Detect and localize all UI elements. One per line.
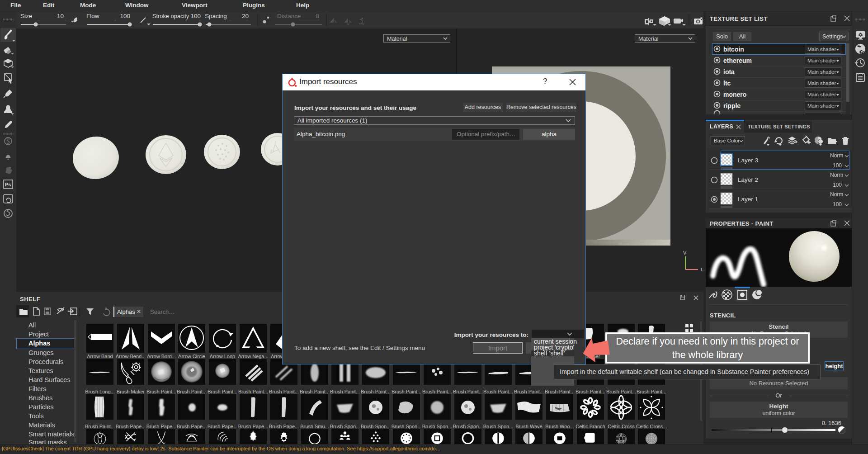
svg-text:100: 100 [833,201,842,208]
svg-text:Norm: Norm [830,152,843,159]
svg-text:10: 10 [57,13,64,19]
svg-text:20: 20 [242,13,249,19]
svg-text:Distance: Distance [277,13,301,19]
svg-text:Size: Size [20,13,32,19]
svg-text:Stroke opacity: Stroke opacity [152,13,189,19]
svg-text:V: V [683,250,687,255]
svg-text:Layer 3: Layer 3 [738,157,758,164]
svg-text:Spacing: Spacing [205,13,227,19]
svg-text:Flow: Flow [86,13,99,19]
svg-text:Layer 1: Layer 1 [738,196,758,203]
svg-text:Norm: Norm [830,172,843,178]
svg-text:100: 100 [120,13,130,19]
svg-text:100: 100 [190,13,201,19]
svg-text:Ps: Ps [5,182,11,187]
svg-text:100: 100 [833,182,842,188]
svg-text:100: 100 [833,162,842,169]
svg-text:Norm: Norm [830,191,843,198]
svg-text:8: 8 [316,13,319,19]
svg-text:Layer 2: Layer 2 [738,176,758,183]
